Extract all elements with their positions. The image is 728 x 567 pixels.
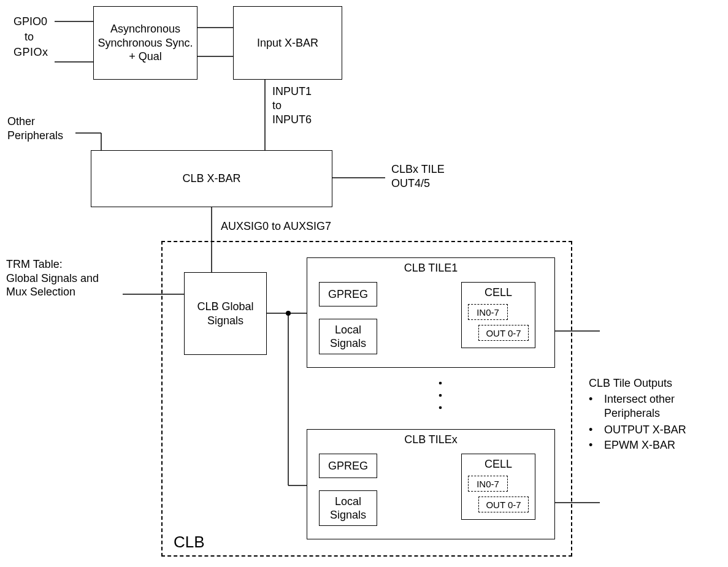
box-tilex-localsig: Local Signals [319,490,377,526]
box-tile1-gpreg: GPREG [319,282,377,306]
tilex-in07: IN0-7 [468,476,508,492]
tile1-out07: OUT 0-7 [478,325,529,341]
label-to-1: to [25,30,34,44]
tile1-out07-text: OUT 0-7 [486,328,521,338]
label-trm-table: TRM Table: Global Signals and Mux Select… [6,257,99,299]
label-clb-outputs-title: CLB Tile Outputs [589,376,672,390]
box-clb-xbar: CLB X-BAR [91,150,332,207]
tilex-cell-text: CELL [485,457,512,471]
tilex-title: CLB TILEx [404,433,458,447]
tile1-in07: IN0-7 [468,304,508,320]
tilex-out07-text: OUT 0-7 [486,500,521,510]
tilex-in07-text: IN0-7 [477,479,499,489]
box-async-sync: Asynchronous Synchronous Sync. + Qual [93,6,197,80]
label-out-b2: OUTPUT X-BAR [604,423,686,437]
label-out-b1: Intersect other Peripherals [604,392,675,420]
label-out-b3: EPWM X-BAR [604,438,675,452]
label-to-2: to [272,99,282,113]
label-input6: INPUT6 [272,113,312,127]
label-gpiox: GPIOx [13,45,48,59]
box-async-sync-text: Asynchronous Synchronous Sync. + Qual [96,22,194,64]
label-gpio0: GPIO0 [13,15,47,29]
bullet-1: • [589,392,592,406]
tile1-title: CLB TILE1 [404,261,458,275]
box-clb-global: CLB Global Signals [184,272,267,355]
tile1-gpreg-text: GPREG [328,287,368,302]
box-input-xbar: Input X-BAR [233,6,342,80]
box-tilex-gpreg: GPREG [319,454,377,478]
box-clb-global-text: CLB Global Signals [187,300,264,327]
tilex-gpreg-text: GPREG [328,459,368,473]
label-input1: INPUT1 [272,85,312,99]
label-other-peripherals: Other Peripherals [7,115,63,142]
bullet-2: • [589,423,592,437]
tilex-localsig-text: Local Signals [322,495,374,522]
label-clbx-tile-out: CLBx TILE OUT4/5 [391,162,445,190]
tile1-in07-text: IN0-7 [477,307,499,318]
tile1-cell-text: CELL [485,286,512,300]
box-tile1-localsig: Local Signals [319,319,377,354]
box-clb-xbar-text: CLB X-BAR [182,172,240,186]
label-auxsig: AUXSIG0 to AUXSIG7 [221,219,331,234]
bullet-3: • [589,438,592,452]
clb-title: CLB [174,533,205,552]
tilex-out07: OUT 0-7 [478,497,529,512]
tile1-localsig-text: Local Signals [322,323,374,351]
box-input-xbar-text: Input X-BAR [257,36,318,50]
